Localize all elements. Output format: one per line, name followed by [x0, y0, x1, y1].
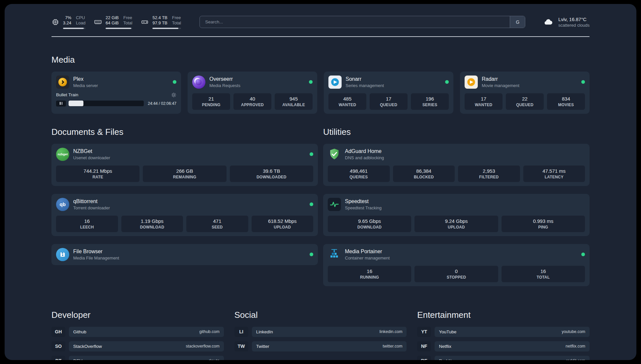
app-card-sonarr[interactable]: Sonarr Series management 485 WANTED 17 Q… [324, 72, 453, 114]
app-subtitle: Movie management [482, 83, 519, 88]
bookmark-youtube[interactable]: YT YouTube youtube.com [417, 327, 590, 337]
weather-widget: Lviv, 16.87°C scattered clouds [542, 16, 590, 28]
disk-total-value: 97.9 TB [152, 20, 167, 26]
bookmark-url: netflix.com [565, 344, 585, 349]
app-subtitle: Speedtest Tracking [345, 205, 382, 210]
stat: 266 GB REMAINING [143, 166, 226, 182]
pause-button[interactable] [56, 101, 66, 106]
bookmark-name: YouTube [439, 329, 456, 334]
cpu-widget: 7% 3.24 CPU Load [51, 15, 85, 29]
adguard-icon [328, 148, 341, 161]
stat: 1.19 Gbps DOWNLOAD [121, 216, 183, 232]
bookmark-stackoverflow[interactable]: SO StackOverflow stackoverflow.com [51, 341, 224, 351]
app-card-nzbget[interactable]: nzbget NZBGet Usenet downloader 744.21 M… [51, 144, 318, 186]
app-card-overseerr[interactable]: Overseerr Media Requests 21 PENDING 40 A… [188, 72, 317, 114]
app-card-radarr[interactable]: Radarr Movie management 17 WANTED 22 QUE… [460, 72, 590, 114]
app-card-speedtest[interactable]: Speedtest Speedtest Tracking 9.65 Gbps D… [323, 194, 590, 236]
bookmark-group-entertainment: Entertainment YT YouTube youtube.com NF … [417, 310, 590, 360]
stat: 47.571 ms LATENCY [523, 166, 585, 182]
app-subtitle: Media File Management [73, 256, 119, 260]
stat: 22 QUEUED [506, 93, 544, 110]
overseerr-icon [192, 76, 205, 89]
cpu-load-label: Load [76, 20, 85, 26]
bookmark-github[interactable]: GH Github github.com [51, 327, 224, 337]
app-subtitle: Usenet downloader [73, 155, 110, 160]
bookmark-url: stackoverflow.com [186, 344, 220, 349]
qbittorrent-icon: qb [56, 198, 69, 211]
status-dot [310, 152, 313, 156]
app-name: Overseerr [209, 76, 240, 82]
stat: 744.21 Mbps RATE [56, 166, 139, 182]
app-name: qBittorrent [73, 198, 110, 204]
playback-time: 24:44 / 02:06:47 [148, 101, 176, 106]
stat: 0 STOPPED [414, 266, 498, 282]
bookmark-reddit[interactable]: RE Reddit reddit.com [417, 356, 590, 360]
gear-icon[interactable] [171, 92, 176, 98]
memory-free-value: 22 GiB [106, 15, 119, 20]
bookmark-linkedin[interactable]: LI LinkedIn linkedin.com [234, 327, 407, 337]
sonarr-icon [328, 76, 342, 89]
stat: 16 RUNNING [328, 266, 411, 282]
search-bar: G [199, 16, 525, 28]
bookmark-name: StackOverflow [73, 344, 102, 349]
app-name: Plex [73, 76, 98, 82]
bookmark-name: Reddit [439, 358, 452, 360]
bookmark-url: github.com [199, 329, 220, 334]
stat: 196 SERIES [411, 93, 449, 110]
status-dot [310, 202, 313, 206]
status-dot [310, 253, 313, 256]
app-name: AdGuard Home [345, 148, 384, 154]
app-name: File Browser [73, 248, 119, 255]
stat: 16 TOTAL [502, 266, 585, 282]
stat: 39.6 TB DOWNLOADED [230, 166, 313, 182]
bookmark-url: dev.to [209, 358, 220, 360]
stat: 40 APPROVED [233, 93, 271, 110]
disk-widget: 52.4 TB 97.9 TB Free Total [141, 15, 181, 29]
bookmark-dev[interactable]: DT DEV dev.to [51, 356, 224, 360]
disk-icon [141, 18, 149, 26]
status-dot [173, 80, 176, 84]
memory-total-label: Total [123, 20, 132, 26]
bookmark-twitter[interactable]: TW Twitter twitter.com [234, 341, 407, 351]
app-card-filebrowser[interactable]: File Browser Media File Management [51, 244, 318, 265]
cpu-usage-bar [63, 28, 85, 29]
search-input[interactable] [200, 16, 510, 28]
bookmark-url: twitter.com [383, 344, 403, 349]
bookmark-group-developer: Developer GH Github github.com SO StackO… [51, 310, 224, 360]
stat: 21 PENDING [192, 93, 230, 110]
stat: 17 WANTED [465, 93, 503, 110]
bookmark-abbr: SO [51, 341, 65, 351]
section-title-entertainment: Entertainment [417, 310, 590, 320]
app-card-portainer[interactable]: Media Portainer Container management 16 … [323, 244, 590, 286]
bookmark-name: LinkedIn [256, 329, 273, 334]
playback-progress-bar[interactable] [69, 101, 144, 106]
weather-condition: scattered clouds [558, 23, 590, 28]
stat: 9.65 Gbps DOWNLOAD [328, 216, 411, 232]
bookmark-abbr: DT [51, 356, 65, 360]
bookmark-netflix[interactable]: NF Netflix netflix.com [417, 341, 590, 351]
bookmark-name: Netflix [439, 344, 451, 349]
section-title-social: Social [234, 310, 407, 320]
app-name: Sonarr [346, 76, 384, 82]
app-name: Media Portainer [345, 248, 390, 255]
disk-total-label: Total [172, 20, 181, 26]
app-card-plex[interactable]: Plex Media server Bullet Train [51, 72, 181, 114]
app-card-qbittorrent[interactable]: qb qBittorrent Torrent downloader 16 LEE… [51, 194, 318, 236]
stat: 471 SEED [186, 216, 248, 232]
topbar-divider [51, 36, 590, 37]
stat: 618.52 Mbps UPLOAD [252, 216, 314, 232]
status-dot [581, 80, 585, 84]
cpu-load-value: 3.24 [63, 20, 71, 26]
app-card-adguard[interactable]: AdGuard Home DNS and adblocking 498,461 … [323, 144, 590, 186]
search-provider-button[interactable]: G [510, 16, 525, 28]
memory-total-value: 64 GiB [106, 20, 119, 26]
radarr-icon [465, 76, 478, 89]
bookmark-abbr: YT [417, 327, 431, 337]
stat: 2,953 FILTERED [458, 166, 520, 182]
status-dot [309, 80, 313, 84]
status-dot [581, 253, 585, 256]
weather-location: Lviv, 16.87°C [558, 16, 590, 23]
bookmark-abbr: LI [234, 327, 248, 337]
topbar: 7% 3.24 CPU Load 22 GiB [51, 15, 590, 29]
app-subtitle: Container management [345, 256, 390, 260]
